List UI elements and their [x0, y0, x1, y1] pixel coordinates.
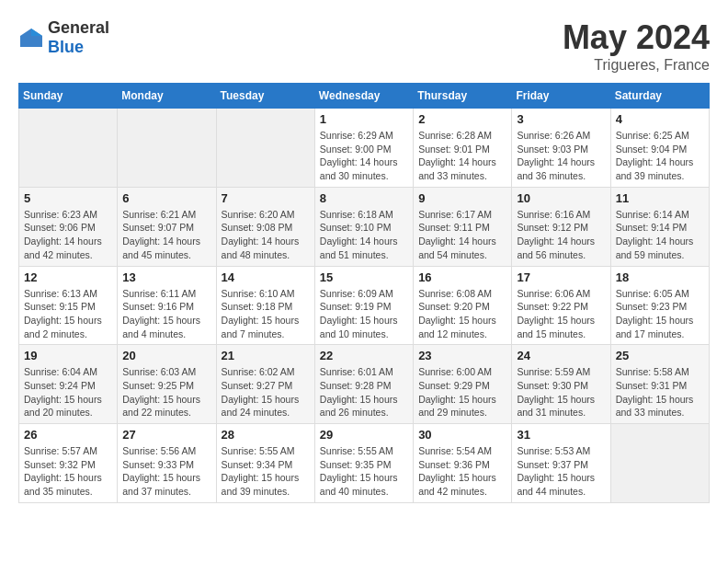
header-day-monday: Monday: [118, 84, 216, 109]
header-day-thursday: Thursday: [414, 84, 512, 109]
day-number: 15: [320, 270, 408, 284]
day-number: 25: [616, 349, 704, 362]
calendar-cell: 25Sunrise: 5:58 AMSunset: 9:31 PMDayligh…: [610, 345, 709, 424]
day-number: 18: [616, 270, 704, 284]
day-number: 12: [24, 270, 112, 284]
day-number: 10: [517, 191, 605, 205]
day-number: 2: [418, 112, 506, 126]
day-number: 13: [122, 270, 210, 284]
day-number: 27: [122, 428, 210, 442]
calendar-cell: 28Sunrise: 5:55 AMSunset: 9:34 PMDayligh…: [216, 424, 314, 503]
day-number: 7: [222, 191, 310, 205]
day-number: 3: [517, 112, 605, 126]
calendar-cell: 11Sunrise: 6:14 AMSunset: 9:14 PMDayligh…: [610, 187, 709, 266]
header-day-wednesday: Wednesday: [314, 84, 413, 109]
week-row-4: 19Sunrise: 6:04 AMSunset: 9:24 PMDayligh…: [19, 345, 710, 424]
page-header: General Blue May 2024 Trigueres, France: [18, 18, 710, 74]
calendar-cell: 9Sunrise: 6:17 AMSunset: 9:11 PMDaylight…: [414, 187, 512, 266]
calendar-cell: [118, 109, 216, 188]
day-info: Sunrise: 6:25 AMSunset: 9:04 PMDaylight:…: [616, 129, 704, 183]
calendar-cell: 5Sunrise: 6:23 AMSunset: 9:06 PMDaylight…: [19, 187, 118, 266]
calendar-cell: 16Sunrise: 6:08 AMSunset: 9:20 PMDayligh…: [414, 266, 512, 345]
logo-text: General Blue: [48, 18, 109, 57]
calendar-cell: 10Sunrise: 6:16 AMSunset: 9:12 PMDayligh…: [512, 187, 610, 266]
day-number: 21: [222, 349, 310, 362]
day-info: Sunrise: 6:10 AMSunset: 9:18 PMDaylight:…: [222, 287, 310, 341]
calendar-cell: [19, 109, 118, 188]
calendar-cell: 30Sunrise: 5:54 AMSunset: 9:36 PMDayligh…: [414, 424, 512, 503]
day-number: 14: [222, 270, 310, 284]
calendar-cell: 18Sunrise: 6:05 AMSunset: 9:23 PMDayligh…: [610, 266, 709, 345]
calendar-table: SundayMondayTuesdayWednesdayThursdayFrid…: [18, 83, 710, 503]
day-info: Sunrise: 5:55 AMSunset: 9:34 PMDaylight:…: [222, 444, 310, 499]
calendar-cell: 27Sunrise: 5:56 AMSunset: 9:33 PMDayligh…: [118, 424, 216, 503]
day-number: 22: [320, 349, 408, 362]
day-number: 30: [418, 428, 506, 442]
day-info: Sunrise: 6:00 AMSunset: 9:29 PMDaylight:…: [418, 365, 506, 419]
calendar-cell: 12Sunrise: 6:13 AMSunset: 9:15 PMDayligh…: [19, 266, 118, 345]
svg-marker-1: [31, 29, 42, 36]
day-number: 20: [122, 349, 210, 362]
calendar-cell: 31Sunrise: 5:53 AMSunset: 9:37 PMDayligh…: [512, 424, 610, 503]
day-number: 5: [24, 191, 112, 205]
calendar-cell: 8Sunrise: 6:18 AMSunset: 9:10 PMDaylight…: [314, 187, 413, 266]
day-number: 4: [616, 112, 704, 126]
calendar-cell: 2Sunrise: 6:28 AMSunset: 9:01 PMDaylight…: [414, 109, 512, 188]
day-number: 8: [320, 191, 408, 205]
day-number: 6: [122, 191, 210, 205]
calendar-cell: 29Sunrise: 5:55 AMSunset: 9:35 PMDayligh…: [314, 424, 413, 503]
day-number: 1: [320, 112, 408, 126]
calendar-cell: [610, 424, 709, 503]
day-number: 19: [24, 349, 112, 362]
day-info: Sunrise: 5:56 AMSunset: 9:33 PMDaylight:…: [122, 444, 210, 499]
calendar-cell: 15Sunrise: 6:09 AMSunset: 9:19 PMDayligh…: [314, 266, 413, 345]
calendar-cell: 24Sunrise: 5:59 AMSunset: 9:30 PMDayligh…: [512, 345, 610, 424]
calendar-cell: 1Sunrise: 6:29 AMSunset: 9:00 PMDaylight…: [314, 109, 413, 188]
calendar-cell: 14Sunrise: 6:10 AMSunset: 9:18 PMDayligh…: [216, 266, 314, 345]
logo-blue: Blue: [48, 38, 84, 56]
calendar-cell: 20Sunrise: 6:03 AMSunset: 9:25 PMDayligh…: [118, 345, 216, 424]
main-title: May 2024: [563, 18, 710, 57]
header-day-saturday: Saturday: [610, 84, 709, 109]
day-info: Sunrise: 5:53 AMSunset: 9:37 PMDaylight:…: [517, 444, 605, 499]
day-info: Sunrise: 5:59 AMSunset: 9:30 PMDaylight:…: [517, 365, 605, 419]
calendar-cell: 7Sunrise: 6:20 AMSunset: 9:08 PMDaylight…: [216, 187, 314, 266]
day-info: Sunrise: 6:21 AMSunset: 9:07 PMDaylight:…: [122, 208, 210, 262]
day-info: Sunrise: 6:26 AMSunset: 9:03 PMDaylight:…: [517, 129, 605, 183]
day-info: Sunrise: 6:02 AMSunset: 9:27 PMDaylight:…: [222, 365, 310, 419]
day-number: 17: [517, 270, 605, 284]
logo: General Blue: [18, 18, 109, 57]
day-info: Sunrise: 6:13 AMSunset: 9:15 PMDaylight:…: [24, 287, 112, 341]
day-info: Sunrise: 6:17 AMSunset: 9:11 PMDaylight:…: [418, 208, 506, 262]
title-block: May 2024 Trigueres, France: [563, 18, 710, 74]
day-info: Sunrise: 6:08 AMSunset: 9:20 PMDaylight:…: [418, 287, 506, 341]
calendar-cell: 23Sunrise: 6:00 AMSunset: 9:29 PMDayligh…: [414, 345, 512, 424]
day-info: Sunrise: 5:55 AMSunset: 9:35 PMDaylight:…: [320, 444, 408, 499]
header-day-friday: Friday: [512, 84, 610, 109]
day-info: Sunrise: 6:18 AMSunset: 9:10 PMDaylight:…: [320, 208, 408, 262]
day-info: Sunrise: 6:16 AMSunset: 9:12 PMDaylight:…: [517, 208, 605, 262]
day-info: Sunrise: 6:28 AMSunset: 9:01 PMDaylight:…: [418, 129, 506, 183]
calendar-cell: 22Sunrise: 6:01 AMSunset: 9:28 PMDayligh…: [314, 345, 413, 424]
day-number: 31: [517, 428, 605, 442]
day-info: Sunrise: 6:04 AMSunset: 9:24 PMDaylight:…: [24, 365, 112, 419]
calendar-cell: 6Sunrise: 6:21 AMSunset: 9:07 PMDaylight…: [118, 187, 216, 266]
calendar-cell: [216, 109, 314, 188]
day-number: 9: [418, 191, 506, 205]
day-number: 23: [418, 349, 506, 362]
logo-general: General: [48, 18, 109, 37]
week-row-3: 12Sunrise: 6:13 AMSunset: 9:15 PMDayligh…: [19, 266, 710, 345]
day-info: Sunrise: 5:54 AMSunset: 9:36 PMDaylight:…: [418, 444, 506, 499]
day-info: Sunrise: 6:09 AMSunset: 9:19 PMDaylight:…: [320, 287, 408, 341]
calendar-cell: 3Sunrise: 6:26 AMSunset: 9:03 PMDaylight…: [512, 109, 610, 188]
calendar-cell: 26Sunrise: 5:57 AMSunset: 9:32 PMDayligh…: [19, 424, 118, 503]
day-info: Sunrise: 6:11 AMSunset: 9:16 PMDaylight:…: [122, 287, 210, 341]
day-info: Sunrise: 6:05 AMSunset: 9:23 PMDaylight:…: [616, 287, 704, 341]
day-number: 16: [418, 270, 506, 284]
day-info: Sunrise: 6:29 AMSunset: 9:00 PMDaylight:…: [320, 129, 408, 183]
day-number: 28: [222, 428, 310, 442]
header-row: SundayMondayTuesdayWednesdayThursdayFrid…: [19, 84, 710, 109]
calendar-cell: 4Sunrise: 6:25 AMSunset: 9:04 PMDaylight…: [610, 109, 709, 188]
calendar-cell: 13Sunrise: 6:11 AMSunset: 9:16 PMDayligh…: [118, 266, 216, 345]
day-info: Sunrise: 6:20 AMSunset: 9:08 PMDaylight:…: [222, 208, 310, 262]
